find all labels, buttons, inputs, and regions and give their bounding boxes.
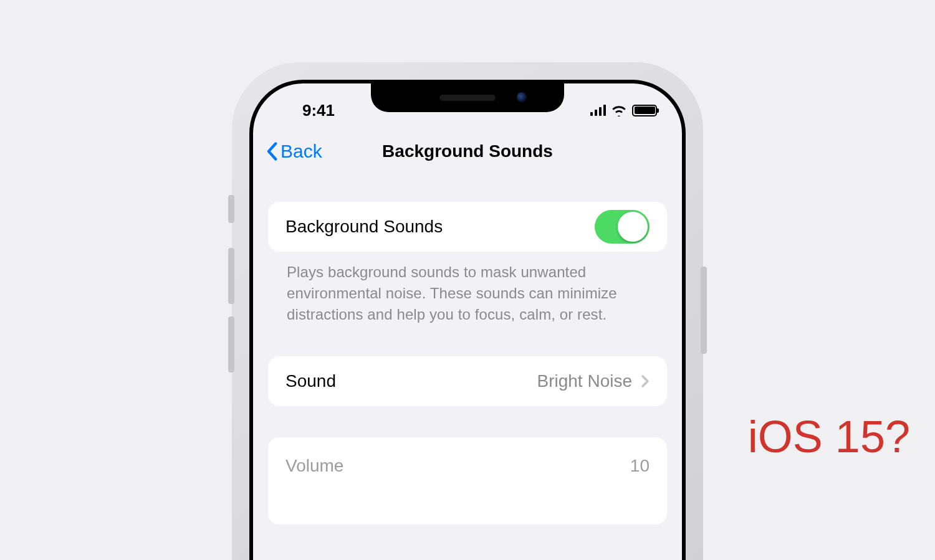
row-sound[interactable]: Sound Bright Noise (268, 356, 667, 406)
group-background-sounds: Background Sounds (268, 202, 667, 252)
sound-value: Bright Noise (537, 371, 632, 391)
volume-value: 10 (630, 456, 650, 476)
volume-down-button (228, 316, 234, 373)
group-sound: Sound Bright Noise (268, 356, 667, 406)
row-volume[interactable]: Volume 10 (268, 437, 667, 524)
row-label: Background Sounds (285, 217, 443, 237)
battery-icon (632, 105, 657, 116)
row-background-sounds-toggle[interactable]: Background Sounds (268, 202, 667, 252)
back-label: Back (280, 141, 322, 162)
volume-up-button (228, 248, 234, 304)
group-volume: Volume 10 (268, 437, 667, 524)
chevron-left-icon (266, 142, 278, 161)
back-button[interactable]: Back (266, 141, 322, 162)
background-sounds-switch[interactable] (595, 210, 650, 244)
row-label: Volume (285, 456, 343, 476)
speaker-grille (439, 95, 496, 101)
nav-bar: Back Background Sounds (253, 132, 682, 171)
status-time: 9:41 (284, 101, 353, 120)
settings-content: Background Sounds Plays background sound… (253, 171, 682, 524)
phone-frame: 9:41 (237, 67, 698, 560)
caption-text: iOS 15? (748, 411, 910, 462)
phone-screen: 9:41 (253, 83, 682, 560)
power-button (701, 267, 707, 354)
mute-switch (228, 195, 234, 223)
front-camera (517, 92, 527, 102)
notch (371, 83, 564, 112)
wifi-icon (611, 104, 627, 116)
cellular-icon (590, 105, 607, 116)
chevron-right-icon (641, 374, 650, 389)
row-label: Sound (285, 371, 336, 391)
group-footer-text: Plays background sounds to mask unwanted… (268, 252, 667, 325)
